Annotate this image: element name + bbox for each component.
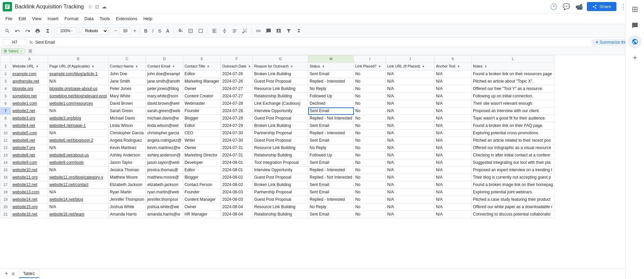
cell-contact_email-20[interactable]: joshua.white@we	[146, 203, 183, 211]
cell-page_url-17[interactable]: website12.net/contact	[48, 181, 109, 189]
cell-anchor_text-19[interactable]: N/A	[435, 196, 472, 203]
cell-anchor_text-4[interactable]: N/A	[435, 85, 472, 93]
cell-contact_email-7[interactable]: sarah.green@web	[146, 107, 183, 115]
cell-notes-13[interactable]: Checking in after initial contact at a c…	[472, 152, 555, 159]
menu-help[interactable]: Help	[140, 15, 155, 22]
cell-contact_email-11[interactable]: angela.rodriguez@	[146, 137, 183, 144]
cell-notes-7[interactable]: Proposed an interview with our client.	[472, 107, 555, 115]
cell-anchor_text-15[interactable]: N/A	[435, 167, 472, 174]
cell-contact_title-10[interactable]: CEO	[183, 130, 220, 137]
cell-contact_title-5[interactable]: Content Creator	[183, 93, 220, 100]
cell-status-9[interactable]: Sent Email	[308, 122, 354, 130]
cell-page_url-14[interactable]: website9.com/tools	[48, 159, 109, 167]
fill-color-button[interactable]	[176, 27, 185, 35]
cell-page_url-7[interactable]: N/A	[48, 107, 109, 115]
cell-website_url-2[interactable]: example.com	[11, 71, 48, 78]
cell-link_placed-12[interactable]: No	[354, 144, 386, 152]
cell-website_url-21[interactable]: website16.net	[11, 211, 48, 218]
cell-status-21[interactable]: Sent Email	[308, 211, 354, 218]
cell-website_url-5[interactable]: someblog.net	[11, 93, 48, 100]
menu-tools[interactable]: Tools	[97, 15, 112, 22]
menu-file[interactable]: File	[3, 15, 15, 22]
move-icon[interactable]: ⊡	[95, 4, 99, 9]
cell-website_url-14[interactable]: website9.com	[11, 159, 48, 167]
cell-contact_title-9[interactable]: Editor	[183, 122, 220, 130]
cell-link_url-10[interactable]: N/A	[386, 130, 435, 137]
font-selector[interactable]: Roboto	[81, 27, 108, 35]
cell-reason-21[interactable]: Relationship Building	[253, 211, 308, 218]
cell-website_url-18[interactable]: website13.com	[11, 189, 48, 196]
cell-contact_name-21[interactable]: Amanda Harris	[108, 211, 146, 218]
col-contact-email[interactable]: Contact Email ▼	[146, 63, 183, 71]
cell-contact_title-20[interactable]: Owner	[183, 203, 220, 211]
cell-reason-12[interactable]: Resource Link Building	[253, 144, 308, 152]
cell-link_placed-3[interactable]: No	[354, 78, 386, 85]
cell-outreach_date-5[interactable]: 2024-07-27	[221, 93, 253, 100]
cell-link_url-9[interactable]: N/A	[386, 122, 435, 130]
cell-link_placed-4[interactable]: No	[354, 85, 386, 93]
cell-link_url-5[interactable]: N/A	[386, 93, 435, 100]
cell-contact_email-13[interactable]: ashley.anderson@	[146, 152, 183, 159]
col-header-F[interactable]: F	[221, 55, 253, 63]
italic-button[interactable]: I	[150, 27, 156, 35]
cell-website_url-3[interactable]: anothersite.net	[11, 78, 48, 85]
cell-status-14[interactable]: Sent Email	[308, 159, 354, 167]
zoom-selector[interactable]: 100%	[57, 28, 77, 34]
cell-notes-17[interactable]: Found a broken image link on their homep…	[472, 181, 555, 189]
cell-contact_title-13[interactable]: Marketing Director	[183, 152, 220, 159]
cell-link_placed-6[interactable]: No	[354, 100, 386, 107]
cell-notes-15[interactable]: Proposed an expert interview on a trendi…	[472, 167, 555, 174]
cell-contact_email-2[interactable]: john.doe@exampl	[146, 71, 183, 78]
menu-format[interactable]: Format	[62, 15, 81, 22]
cell-anchor_text-2[interactable]: N/A	[435, 71, 472, 78]
cell-link_placed-20[interactable]: No	[354, 203, 386, 211]
cell-anchor_text-17[interactable]: N/A	[435, 181, 472, 189]
cell-page_url-10[interactable]: N/A	[48, 130, 109, 137]
cell-contact_name-7[interactable]: Sarah Green	[108, 107, 146, 115]
sidebar-sheets-icon[interactable]	[628, 3, 642, 16]
col-outreach-date[interactable]: Outreach Date ▼	[221, 63, 253, 71]
cell-link_url-18[interactable]: N/A	[386, 189, 435, 196]
cell-reason-13[interactable]: Relationship Building	[253, 152, 308, 159]
sidebar-add-icon[interactable]	[628, 51, 642, 64]
cell-website_url-19[interactable]: website14.net	[11, 196, 48, 203]
cell-status-17[interactable]: Sent Email	[308, 181, 354, 189]
cell-outreach_date-10[interactable]: 2024-07-30	[221, 130, 253, 137]
cell-contact_title-11[interactable]: Writer	[183, 137, 220, 144]
text-rotate-button[interactable]	[240, 27, 249, 35]
chart-btn[interactable]	[274, 27, 283, 35]
cell-contact_name-16[interactable]: Matthew Moore	[108, 174, 146, 181]
cell-contact_email-21[interactable]: amanda.harris@w	[146, 211, 183, 218]
borders-button[interactable]	[186, 27, 195, 35]
cell-outreach_date-9[interactable]: 2024-07-29	[221, 122, 253, 130]
cell-website_url-16[interactable]: website11.org	[11, 174, 48, 181]
cell-contact_name-10[interactable]: Christopher Garcia	[108, 130, 146, 137]
cell-status-4[interactable]: No Reply	[308, 85, 354, 93]
cell-page_url-13[interactable]: website8.net/about-us	[48, 152, 109, 159]
cell-contact_email-17[interactable]: elizabeth.jackson	[146, 181, 183, 189]
cell-anchor_text-13[interactable]: N/A	[435, 152, 472, 159]
cell-link_url-6[interactable]: N/A	[386, 100, 435, 107]
formula-input[interactable]: Sent Email	[35, 40, 591, 45]
cell-outreach_date-4[interactable]: 2024-07-27	[221, 85, 253, 93]
cell-status-20[interactable]: No Reply	[308, 203, 354, 211]
col-link-placed[interactable]: Link Placed? ▼	[354, 63, 386, 71]
cell-contact_title-18[interactable]: Founder	[183, 189, 220, 196]
col-reason[interactable]: Reason for Outreach ▼	[253, 63, 308, 71]
cell-contact_name-12[interactable]: Kevin Martinez	[108, 144, 146, 152]
cell-reason-10[interactable]: Partnership Proposal	[253, 130, 308, 137]
col-header-C[interactable]: C	[108, 55, 146, 63]
cell-notes-21[interactable]: Connecting to discuss potential collabor…	[472, 211, 555, 218]
redo-button[interactable]	[23, 27, 32, 35]
cell-website_url-20[interactable]: website15.org	[11, 203, 48, 211]
col-header-L[interactable]: L	[472, 55, 555, 63]
cell-contact_title-21[interactable]: HR Manager	[183, 211, 220, 218]
cell-status-5[interactable]: Followed Up	[308, 93, 354, 100]
cell-status-2[interactable]: Sent Email	[308, 71, 354, 78]
col-header-A[interactable]: A	[11, 55, 48, 63]
col-header-D[interactable]: D	[146, 55, 183, 63]
font-size-increase[interactable]: +	[132, 27, 137, 35]
cell-page_url-4[interactable]: blogsite.org/page-about-us	[48, 85, 109, 93]
cell-outreach_date-19[interactable]: 2024-08-03	[221, 196, 253, 203]
cell-anchor_text-7[interactable]: N/A	[435, 107, 472, 115]
